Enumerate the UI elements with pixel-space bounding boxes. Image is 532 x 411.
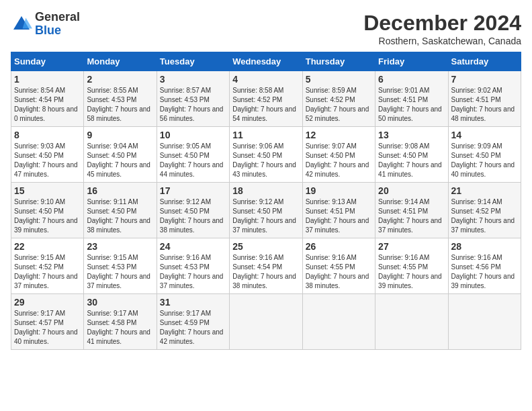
day-cell: 27 Sunrise: 9:16 AM Sunset: 4:55 PM Dayl…: [375, 238, 448, 294]
week-row-1: 1 Sunrise: 8:54 AM Sunset: 4:54 PM Dayli…: [11, 71, 521, 127]
day-number: 2: [87, 74, 153, 85]
column-header-monday: Monday: [84, 52, 157, 71]
day-info: Sunrise: 8:57 AM Sunset: 4:53 PM Dayligh…: [160, 86, 226, 124]
day-number: 13: [378, 130, 445, 140]
logo-icon: [11, 13, 32, 35]
column-header-thursday: Thursday: [302, 52, 375, 71]
day-number: 4: [232, 74, 299, 85]
day-cell: 12 Sunrise: 9:07 AM Sunset: 4:50 PM Dayl…: [302, 127, 375, 183]
day-cell: 31 Sunrise: 9:17 AM Sunset: 4:59 PM Dayl…: [157, 294, 229, 350]
day-cell: [302, 294, 375, 350]
day-info: Sunrise: 9:12 AM Sunset: 4:50 PM Dayligh…: [232, 197, 299, 235]
day-number: 14: [451, 130, 518, 140]
day-cell: 23 Sunrise: 9:15 AM Sunset: 4:53 PM Dayl…: [84, 238, 157, 294]
day-info: Sunrise: 9:16 AM Sunset: 4:55 PM Dayligh…: [378, 253, 445, 291]
day-cell: 17 Sunrise: 9:12 AM Sunset: 4:50 PM Dayl…: [157, 183, 229, 238]
day-info: Sunrise: 9:16 AM Sunset: 4:56 PM Dayligh…: [451, 253, 518, 291]
day-cell: 9 Sunrise: 9:04 AM Sunset: 4:50 PM Dayli…: [84, 127, 157, 183]
day-number: 27: [378, 241, 445, 252]
day-number: 5: [306, 74, 372, 85]
logo-text: General Blue: [35, 11, 80, 38]
column-header-friday: Friday: [375, 52, 448, 71]
day-number: 8: [14, 130, 81, 140]
column-header-tuesday: Tuesday: [157, 52, 229, 71]
day-cell: 2 Sunrise: 8:55 AM Sunset: 4:53 PM Dayli…: [84, 71, 157, 127]
day-number: 24: [160, 241, 226, 252]
day-info: Sunrise: 9:17 AM Sunset: 4:58 PM Dayligh…: [87, 309, 153, 347]
day-number: 11: [232, 130, 299, 140]
day-cell: 7 Sunrise: 9:02 AM Sunset: 4:51 PM Dayli…: [448, 71, 521, 127]
day-cell: 30 Sunrise: 9:17 AM Sunset: 4:58 PM Dayl…: [84, 294, 157, 350]
day-cell: 25 Sunrise: 9:16 AM Sunset: 4:54 PM Dayl…: [230, 238, 302, 294]
week-row-4: 22 Sunrise: 9:15 AM Sunset: 4:52 PM Dayl…: [11, 238, 521, 294]
day-cell: 19 Sunrise: 9:13 AM Sunset: 4:51 PM Dayl…: [302, 183, 375, 238]
day-info: Sunrise: 9:11 AM Sunset: 4:50 PM Dayligh…: [87, 197, 153, 235]
header: General Blue December 2024 Rosthern, Sas…: [11, 11, 521, 46]
day-number: 25: [232, 241, 299, 252]
day-cell: 10 Sunrise: 9:05 AM Sunset: 4:50 PM Dayl…: [157, 127, 229, 183]
day-info: Sunrise: 9:08 AM Sunset: 4:50 PM Dayligh…: [378, 142, 445, 179]
day-number: 26: [306, 241, 372, 252]
day-cell: 8 Sunrise: 9:03 AM Sunset: 4:50 PM Dayli…: [11, 127, 84, 183]
day-info: Sunrise: 9:10 AM Sunset: 4:50 PM Dayligh…: [14, 197, 81, 235]
day-info: Sunrise: 9:02 AM Sunset: 4:51 PM Dayligh…: [451, 86, 518, 124]
day-cell: 26 Sunrise: 9:16 AM Sunset: 4:55 PM Dayl…: [302, 238, 375, 294]
column-header-sunday: Sunday: [11, 52, 84, 71]
day-cell: 11 Sunrise: 9:06 AM Sunset: 4:50 PM Dayl…: [230, 127, 302, 183]
day-cell: 3 Sunrise: 8:57 AM Sunset: 4:53 PM Dayli…: [157, 71, 229, 127]
day-number: 3: [160, 74, 226, 85]
day-number: 20: [378, 185, 445, 196]
day-info: Sunrise: 9:15 AM Sunset: 4:53 PM Dayligh…: [87, 253, 153, 291]
day-cell: 15 Sunrise: 9:10 AM Sunset: 4:50 PM Dayl…: [11, 183, 84, 238]
day-number: 29: [14, 297, 81, 308]
day-cell: [375, 294, 448, 350]
day-info: Sunrise: 9:06 AM Sunset: 4:50 PM Dayligh…: [232, 142, 299, 179]
day-number: 30: [87, 297, 153, 308]
day-info: Sunrise: 9:14 AM Sunset: 4:51 PM Dayligh…: [378, 197, 445, 235]
day-number: 15: [14, 185, 81, 196]
day-cell: 14 Sunrise: 9:09 AM Sunset: 4:50 PM Dayl…: [448, 127, 521, 183]
day-number: 1: [14, 74, 81, 85]
day-number: 18: [232, 185, 299, 196]
day-info: Sunrise: 9:16 AM Sunset: 4:55 PM Dayligh…: [306, 253, 372, 291]
day-info: Sunrise: 8:59 AM Sunset: 4:52 PM Dayligh…: [306, 86, 372, 124]
day-info: Sunrise: 9:01 AM Sunset: 4:51 PM Dayligh…: [378, 86, 445, 124]
day-cell: 24 Sunrise: 9:16 AM Sunset: 4:53 PM Dayl…: [157, 238, 229, 294]
day-number: 10: [160, 130, 226, 140]
day-info: Sunrise: 8:55 AM Sunset: 4:53 PM Dayligh…: [87, 86, 153, 124]
day-info: Sunrise: 9:15 AM Sunset: 4:52 PM Dayligh…: [14, 253, 81, 291]
column-headers: SundayMondayTuesdayWednesdayThursdayFrid…: [11, 52, 521, 71]
day-number: 12: [306, 130, 372, 140]
month-title: December 2024: [363, 11, 521, 36]
day-number: 31: [160, 297, 226, 308]
day-number: 28: [451, 241, 518, 252]
day-cell: 20 Sunrise: 9:14 AM Sunset: 4:51 PM Dayl…: [375, 183, 448, 238]
day-cell: 16 Sunrise: 9:11 AM Sunset: 4:50 PM Dayl…: [84, 183, 157, 238]
day-cell: 5 Sunrise: 8:59 AM Sunset: 4:52 PM Dayli…: [302, 71, 375, 127]
day-cell: 21 Sunrise: 9:14 AM Sunset: 4:52 PM Dayl…: [448, 183, 521, 238]
day-cell: 22 Sunrise: 9:15 AM Sunset: 4:52 PM Dayl…: [11, 238, 84, 294]
day-info: Sunrise: 8:54 AM Sunset: 4:54 PM Dayligh…: [14, 86, 81, 124]
day-cell: 4 Sunrise: 8:58 AM Sunset: 4:52 PM Dayli…: [230, 71, 302, 127]
day-cell: 18 Sunrise: 9:12 AM Sunset: 4:50 PM Dayl…: [230, 183, 302, 238]
day-cell: 13 Sunrise: 9:08 AM Sunset: 4:50 PM Dayl…: [375, 127, 448, 183]
day-cell: 1 Sunrise: 8:54 AM Sunset: 4:54 PM Dayli…: [11, 71, 84, 127]
day-number: 9: [87, 130, 153, 140]
day-number: 23: [87, 241, 153, 252]
day-info: Sunrise: 9:12 AM Sunset: 4:50 PM Dayligh…: [160, 197, 226, 235]
title-area: December 2024 Rosthern, Saskatchewan, Ca…: [363, 11, 521, 46]
day-cell: 6 Sunrise: 9:01 AM Sunset: 4:51 PM Dayli…: [375, 71, 448, 127]
day-info: Sunrise: 9:16 AM Sunset: 4:54 PM Dayligh…: [232, 253, 299, 291]
day-info: Sunrise: 9:03 AM Sunset: 4:50 PM Dayligh…: [14, 142, 81, 179]
day-info: Sunrise: 9:07 AM Sunset: 4:50 PM Dayligh…: [306, 142, 372, 179]
day-cell: [230, 294, 302, 350]
day-info: Sunrise: 9:16 AM Sunset: 4:53 PM Dayligh…: [160, 253, 226, 291]
day-number: 7: [451, 74, 518, 85]
day-number: 6: [378, 74, 445, 85]
day-info: Sunrise: 9:17 AM Sunset: 4:59 PM Dayligh…: [160, 309, 226, 347]
day-info: Sunrise: 9:17 AM Sunset: 4:57 PM Dayligh…: [14, 309, 81, 347]
day-number: 21: [451, 185, 518, 196]
day-cell: 28 Sunrise: 9:16 AM Sunset: 4:56 PM Dayl…: [448, 238, 521, 294]
day-number: 17: [160, 185, 226, 196]
day-cell: 29 Sunrise: 9:17 AM Sunset: 4:57 PM Dayl…: [11, 294, 84, 350]
